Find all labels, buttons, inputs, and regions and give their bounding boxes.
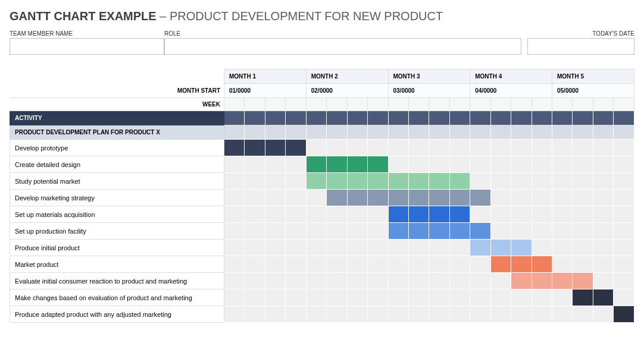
week-cell [593,98,613,111]
gantt-cell [306,306,326,323]
gantt-cell [614,256,634,273]
gantt-cell [449,223,470,240]
gantt-cell [368,173,388,190]
gantt-cell [265,289,285,306]
task-label: Evaluate initial consumer reaction to pr… [10,273,224,289]
role-input[interactable] [164,38,521,55]
gantt-cell [429,140,449,156]
gantt-cell [614,190,634,206]
gantt-cell [327,306,347,323]
gantt-cell [224,256,245,273]
gantt-cell [470,140,490,156]
gantt-cell [532,273,552,289]
gantt-cell [306,240,326,256]
section-header-bar [286,125,306,140]
gantt-cell [265,206,285,223]
gantt-cell [552,190,573,206]
gantt-cell [224,140,245,156]
week-cell [429,98,449,111]
date-input[interactable] [527,38,634,55]
gantt-cell [532,289,552,306]
gantt-cell [245,289,265,306]
gantt-cell [490,289,511,306]
page-title-rest: – PRODUCT DEVELOPMENT FOR NEW PRODUCT [157,10,443,23]
month-header: MONTH 1 [224,70,307,84]
gantt-cell [449,273,470,289]
gantt-cell [368,256,388,273]
gantt-cell [593,173,613,190]
section-header: PRODUCT DEVELOPMENT PLAN FOR PRODUCT X [10,125,224,140]
gantt-cell [408,223,429,240]
section-header-bar [245,125,265,140]
gantt-cell [347,240,367,256]
activity-header-bar [265,111,285,125]
name-input[interactable] [10,38,164,55]
gantt-cell [408,306,429,323]
gantt-cell [286,156,306,173]
section-header-bar [347,125,367,140]
gantt-cell [552,140,573,156]
date-label: TODAY'S DATE [527,29,634,38]
activity-header-bar [347,111,367,125]
gantt-cell [368,206,388,223]
month-header: MONTH 4 [470,70,552,84]
gantt-cell [429,273,449,289]
gantt-cell [429,240,449,256]
week-cell [511,98,532,111]
gantt-cell [286,140,306,156]
gantt-cell [573,190,593,206]
task-label: Market product [10,256,224,273]
gantt-cell [593,240,613,256]
activity-header-bar [614,111,634,125]
gantt-cell [265,190,285,206]
gantt-cell [532,240,552,256]
gantt-cell [552,156,573,173]
gantt-cell [245,240,265,256]
gantt-cell [245,223,265,240]
gantt-cell [429,190,449,206]
gantt-cell [449,289,470,306]
gantt-cell [388,273,408,289]
gantt-cell [265,306,285,323]
activity-header-bar [429,111,449,125]
form-row: TEAM MEMBER NAME ROLE TODAY'S DATE [10,29,634,55]
blank-header [10,70,224,84]
gantt-cell [286,273,306,289]
gantt-cell [347,306,367,323]
gantt-cell [388,206,408,223]
week-cell [245,98,265,111]
gantt-cell [532,156,552,173]
gantt-cell [552,289,573,306]
gantt-cell [347,140,367,156]
section-header-bar [224,125,245,140]
month-start-value: 02/0000 [306,84,388,98]
section-header-bar [470,125,490,140]
gantt-cell [532,173,552,190]
gantt-cell [470,206,490,223]
gantt-cell [306,190,326,206]
gantt-cell [614,140,634,156]
gantt-cell [347,190,367,206]
week-cell [532,98,552,111]
gantt-cell [327,173,347,190]
activity-header-bar [470,111,490,125]
gantt-cell [449,156,470,173]
gantt-cell [388,223,408,240]
gantt-cell [388,256,408,273]
section-header-bar [552,125,573,140]
gantt-cell [224,173,245,190]
gantt-cell [552,173,573,190]
gantt-cell [511,190,532,206]
gantt-cell [388,289,408,306]
gantt-cell [490,156,511,173]
activity-header-bar [368,111,388,125]
gantt-cell [573,256,593,273]
gantt-cell [593,140,613,156]
week-cell [368,98,388,111]
activity-header-bar [408,111,429,125]
gantt-cell [368,156,388,173]
gantt-cell [327,273,347,289]
gantt-cell [593,306,613,323]
gantt-cell [552,256,573,273]
task-label: Make changes based on evaluation of prod… [10,289,224,306]
